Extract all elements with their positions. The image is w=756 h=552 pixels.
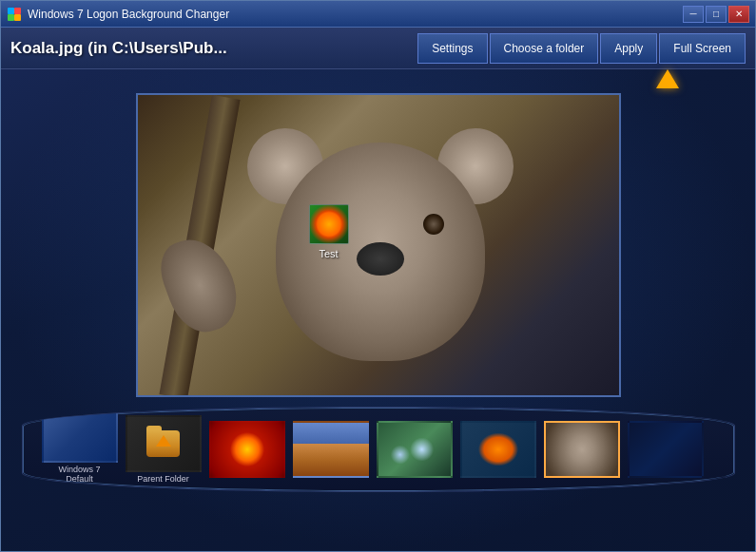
thumbnail-darkblue[interactable] (628, 421, 704, 478)
thumb-img-redflower (209, 421, 285, 478)
desktop-icon[interactable]: Test (309, 204, 349, 259)
main-window: Windows 7 Logon Background Changer ─ □ ✕… (0, 0, 756, 552)
toolbar: Koala.jpg (in C:\Users\Pub... Settings C… (1, 28, 755, 69)
thumb-img-parentfolder (126, 415, 202, 472)
current-file-label: Koala.jpg (in C:\Users\Pub... (10, 39, 417, 58)
thumbnail-win7default[interactable]: Windows 7Defaultwallpaper (42, 407, 118, 492)
thumbnail-desert[interactable] (293, 421, 369, 478)
maximize-button[interactable]: □ (706, 6, 727, 23)
svg-rect-3 (14, 14, 21, 21)
thumb-img-desert (293, 421, 369, 478)
desktop-icon-image (309, 204, 349, 244)
app-icon (7, 7, 22, 22)
minimize-button[interactable]: ─ (683, 6, 704, 23)
koala-background: Test (138, 95, 619, 395)
svg-rect-1 (14, 8, 21, 14)
thumb-img-win7default (42, 407, 118, 463)
thumbnail-bar: Windows 7Defaultwallpaper Parent Folder (22, 407, 735, 492)
folder-up-arrow (156, 435, 171, 447)
settings-button[interactable]: Settings (417, 33, 487, 64)
thumbnail-flowers[interactable] (377, 421, 453, 478)
svg-rect-0 (8, 8, 14, 14)
thumbnail-parentfolder[interactable]: Parent Folder (126, 415, 202, 484)
close-button[interactable]: ✕ (728, 6, 749, 23)
preview-taskbar (138, 395, 621, 397)
thumb-label-parentfolder: Parent Folder (137, 474, 189, 484)
koala-paw (152, 229, 247, 341)
thumbnail-koala[interactable] (544, 421, 620, 478)
window-title: Windows 7 Logon Background Changer (28, 8, 683, 21)
thumb-img-flowers (377, 421, 453, 478)
choose-folder-button[interactable]: Choose a folder (490, 33, 599, 64)
window-controls: ─ □ ✕ (683, 6, 749, 23)
thumb-img-koala (544, 421, 620, 478)
desktop-icon-label: Test (319, 248, 338, 259)
thumbnail-orangecreature[interactable] (460, 421, 536, 478)
apply-button[interactable]: Apply (600, 33, 657, 64)
koala-nose (357, 242, 404, 276)
fullscreen-button[interactable]: Full Screen (659, 33, 746, 64)
thumb-img-darkblue (628, 421, 704, 478)
desktop-icon-flower (310, 205, 348, 243)
thumb-label-win7default: Windows 7Defaultwallpaper (58, 465, 100, 492)
koala-eye-right (423, 214, 444, 235)
svg-rect-2 (8, 14, 14, 21)
preview-frame: Test (136, 93, 621, 397)
thumb-img-orangecreature (460, 421, 536, 478)
folder-icon (146, 430, 180, 457)
main-content: Test Windows 7Defaultwallpaper Parent Fo… (1, 69, 755, 551)
thumbnail-redflower[interactable] (209, 421, 285, 478)
titlebar: Windows 7 Logon Background Changer ─ □ ✕ (1, 1, 755, 28)
toolbar-buttons: Settings Choose a folder Apply Full Scre… (417, 33, 746, 64)
